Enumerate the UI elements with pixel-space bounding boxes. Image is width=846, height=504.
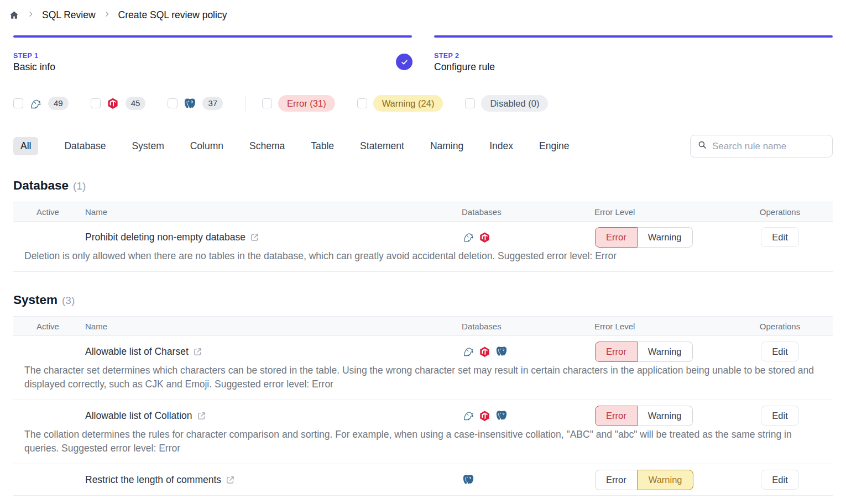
tab-column[interactable]: Column <box>190 137 223 155</box>
header-error-level: Error Level <box>594 207 727 217</box>
header-active: Active <box>13 322 85 331</box>
rule-search-box[interactable] <box>690 135 833 158</box>
tab-all[interactable]: All <box>13 137 38 155</box>
external-link-icon[interactable] <box>193 347 202 356</box>
error-level-error-button[interactable]: Error <box>595 406 638 426</box>
error-level-warning-button[interactable]: Warning <box>638 342 693 362</box>
error-level-toggle-group: Error Warning <box>595 342 693 362</box>
step-1[interactable]: STEP 1 Basic info <box>13 35 412 73</box>
breadcrumb-separator-icon <box>27 9 34 20</box>
error-level-toggle-group: Error Warning <box>595 470 693 490</box>
rule-name-link[interactable]: Restrict the length of comments <box>85 474 221 486</box>
header-name: Name <box>85 207 462 217</box>
error-level-error-button[interactable]: Error <box>595 470 638 490</box>
mysql-dolphin-icon <box>462 231 475 244</box>
tab-naming[interactable]: Naming <box>430 137 463 155</box>
error-level-toggle-group: Error Warning <box>595 227 693 248</box>
tidb-hexagon-icon <box>479 231 492 244</box>
tab-index[interactable]: Index <box>489 137 513 155</box>
step-2-progress-bar <box>434 35 833 38</box>
rule-prohibit-deleting-non-empty-database: Prohibit deleting non-empty database Err… <box>13 222 833 272</box>
rule-description: Deletion is only allowed when there are … <box>13 249 833 271</box>
mysql-filter-checkbox[interactable] <box>13 98 23 108</box>
error-level-warning-button[interactable]: Warning <box>638 227 693 248</box>
edit-button[interactable]: Edit <box>761 406 798 426</box>
rule-description: The collation determines the rules for c… <box>13 428 833 464</box>
step-1-progress-bar <box>13 35 412 38</box>
step-indicator: STEP 1 Basic info STEP 2 Configure rule <box>13 35 833 73</box>
error-level-toggle-group: Error Warning <box>595 406 693 426</box>
tab-system[interactable]: System <box>132 137 164 155</box>
step-1-title: Basic info <box>13 61 412 73</box>
warning-count-pill: Warning (24) <box>373 95 443 112</box>
step-2[interactable]: STEP 2 Configure rule <box>434 35 833 73</box>
error-level-warning-button[interactable]: Warning <box>638 406 693 426</box>
rule-name-link[interactable]: Allowable list of Charset <box>85 346 189 358</box>
tab-engine[interactable]: Engine <box>539 137 570 155</box>
edit-button[interactable]: Edit <box>761 470 798 490</box>
section-title-database: Database (1) <box>13 179 833 193</box>
header-error-level: Error Level <box>594 322 727 331</box>
external-link-icon[interactable] <box>197 411 206 421</box>
external-link-icon[interactable] <box>226 475 235 485</box>
disabled-filter-checkbox[interactable] <box>465 98 475 108</box>
error-level-warning-button[interactable]: Warning <box>638 470 693 490</box>
warning-filter-checkbox[interactable] <box>357 98 367 108</box>
error-filter-checkbox[interactable] <box>262 98 272 108</box>
postgres-elephant-icon <box>495 410 508 422</box>
breadcrumb: SQL Review Create SQL review policy <box>0 0 846 22</box>
home-icon[interactable] <box>9 10 19 20</box>
category-tab-bar: All Database System Column Schema Table … <box>13 135 833 158</box>
step-2-title: Configure rule <box>434 61 833 73</box>
filter-bar: 49 45 37 Error (31) Warning (24) Disable… <box>13 95 833 112</box>
database-rules-table: Active Name Databases Error Level Operat… <box>13 202 833 272</box>
breadcrumb-item-create-policy: Create SQL review policy <box>118 9 227 21</box>
edit-button[interactable]: Edit <box>761 342 798 361</box>
section-name: Database <box>13 179 69 193</box>
postgres-count-badge: 37 <box>202 97 223 110</box>
table-row: Prohibit deleting non-empty database Err… <box>13 222 833 253</box>
toggle-knob <box>25 417 36 428</box>
tidb-hexagon-icon <box>479 410 492 422</box>
error-level-error-button[interactable]: Error <box>595 342 638 362</box>
tab-schema[interactable]: Schema <box>249 137 285 155</box>
header-operations: Operations <box>727 207 833 217</box>
search-input[interactable] <box>712 141 826 152</box>
filter-divider <box>245 96 246 111</box>
search-icon <box>697 140 707 153</box>
mysql-count-badge: 49 <box>48 97 69 110</box>
rule-restrict-the-length-of-comments: Restrict the length of comments Error Wa… <box>13 464 833 496</box>
rule-name-link[interactable]: Prohibit deleting non-empty database <box>85 232 246 243</box>
mysql-dolphin-icon <box>29 97 42 110</box>
table-row: Restrict the length of comments Error Wa… <box>13 464 833 495</box>
tidb-filter-checkbox[interactable] <box>91 98 101 108</box>
tidb-hexagon-icon <box>479 345 492 358</box>
filter-engine-postgres: 37 <box>168 97 223 110</box>
toggle-knob <box>25 481 36 492</box>
mysql-dolphin-icon <box>462 410 475 422</box>
tidb-hexagon-icon <box>107 97 119 110</box>
external-link-icon[interactable] <box>250 233 259 242</box>
tab-table[interactable]: Table <box>311 137 334 155</box>
section-title-system: System (3) <box>13 293 833 307</box>
section-count: (1) <box>73 180 86 192</box>
tab-database[interactable]: Database <box>64 137 106 155</box>
section-count: (3) <box>62 295 75 307</box>
breadcrumb-item-sql-review[interactable]: SQL Review <box>42 9 96 21</box>
postgres-elephant-icon <box>495 345 508 358</box>
step-1-completed-check-icon <box>396 54 412 70</box>
postgres-filter-checkbox[interactable] <box>168 98 177 108</box>
tidb-count-badge: 45 <box>126 97 146 110</box>
rule-name-link[interactable]: Allowable list of Collation <box>85 410 192 422</box>
header-databases: Databases <box>462 207 594 217</box>
rule-allowable-list-of-collation: Allowable list of Collation Error Warnin… <box>13 400 833 464</box>
filter-level-warning: Warning (24) <box>357 95 443 112</box>
tab-statement[interactable]: Statement <box>360 137 404 155</box>
postgres-elephant-icon <box>462 474 475 486</box>
breadcrumb-separator-icon <box>103 9 111 20</box>
error-level-error-button[interactable]: Error <box>595 227 638 248</box>
toggle-knob <box>25 353 36 364</box>
filter-level-disabled: Disabled (0) <box>465 95 548 112</box>
edit-button[interactable]: Edit <box>761 227 798 247</box>
error-count-pill: Error (31) <box>278 95 335 112</box>
